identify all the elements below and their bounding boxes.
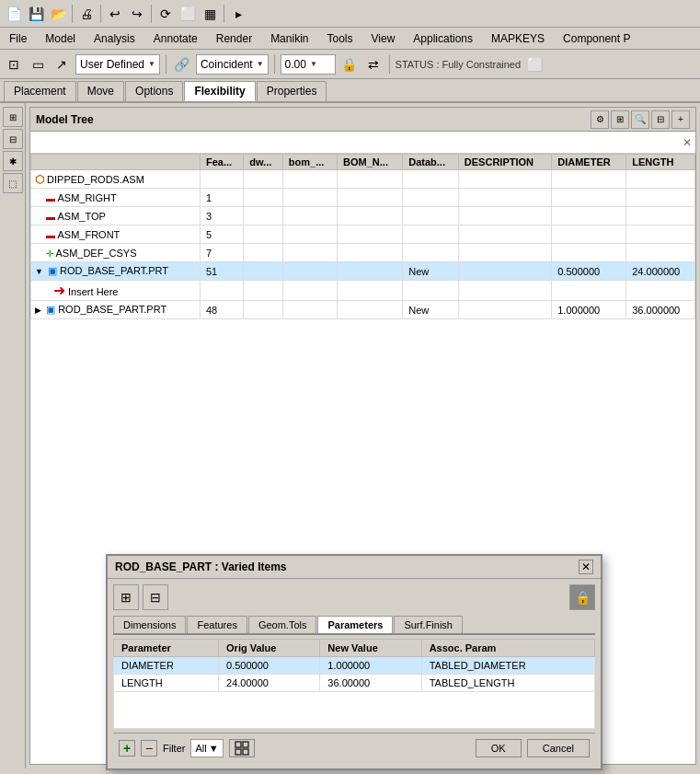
print-icon[interactable]: 🖨 [76,4,97,24]
tab-placement[interactable]: Placement [4,81,76,101]
regen-icon[interactable]: ⟳ [155,4,176,24]
layers-icon[interactable]: ✱ [3,151,23,171]
menu-mapkeys[interactable]: MAPKEYS [482,28,554,49]
table-row[interactable]: ▬ ASM_TOP 3 [31,207,695,225]
tree-add-icon[interactable]: + [671,110,690,129]
menu-component[interactable]: Component P [554,28,639,49]
tab-properties[interactable]: Properties [257,81,327,101]
dialog-icon-2[interactable]: ⊟ [143,584,168,610]
dialog-tab-geom[interactable]: Geom.Tols [248,616,317,633]
tree-settings-icon[interactable]: ⚙ [591,110,609,129]
table-row[interactable]: ▼ ▣ ROD_BASE_PART.PRT 51 New 0.500000 24… [31,262,695,281]
status-icon[interactable]: ⬜ [524,54,545,75]
save-icon[interactable]: 💾 [26,4,46,24]
cell-diam: 0.500000 [552,262,626,281]
dialog-tabs: Dimensions Features Geom.Tols Parameters… [113,616,595,635]
component-icon[interactable]: ⊟ [3,129,23,149]
tree-search-input[interactable] [34,137,683,148]
dialog-tab-parameters[interactable]: Parameters [317,616,393,633]
table-row[interactable]: ➜ Insert Here [31,281,695,301]
filter-dropdown[interactable]: All ▼ [190,739,223,757]
dialog-tab-dimensions[interactable]: Dimensions [113,616,186,633]
table-row[interactable]: ▶ ▣ ROD_BASE_PART.PRT 48 New 1.000000 36… [31,301,695,319]
col-diam: DIAMETER [552,155,626,170]
tree-search-clear[interactable]: ✕ [683,136,692,149]
table-row[interactable]: ▬ ASM_RIGHT 1 [31,189,695,207]
feature-icon[interactable]: ⬚ [3,173,23,193]
snap-icon[interactable]: 🔗 [172,54,192,75]
row-label: ROD_BASE_PART.PRT [58,304,166,315]
tabbar: Placement Move Options Flexibility Prope… [0,79,700,103]
table-row[interactable]: ▬ ASM_FRONT 5 [31,225,695,244]
cell-fea: 3 [200,207,243,225]
menu-render[interactable]: Render [207,28,261,49]
tab-move[interactable]: Move [77,81,124,101]
surface-icon[interactable]: ▭ [28,54,48,75]
cancel-button[interactable]: Cancel [527,739,590,757]
cell-len: 24.000000 [626,262,695,281]
undo-icon[interactable]: ↩ [105,4,125,24]
snap-type-dropdown[interactable]: Coincident ▼ [196,54,269,75]
menu-model[interactable]: Model [36,28,85,49]
dialog-cell-new[interactable]: 1.000000 [320,657,421,675]
remove-row-button[interactable]: − [141,740,157,757]
constraint-type-dropdown[interactable]: User Defined ▼ [75,54,160,75]
expand-icon[interactable]: ▼ [35,267,43,276]
dialog-icon-1[interactable]: ⊞ [113,584,139,610]
dialog-col-new: New Value [320,640,421,657]
flip-icon[interactable]: ⇄ [363,54,384,75]
axis-icon[interactable]: ↗ [52,54,72,75]
tree-columns-icon[interactable]: ⊞ [611,110,629,129]
tree-table-header: Model Tree ⚙ ⊞ 🔍 ⊟ + [30,108,695,132]
dialog-cell-assoc: TABLED_LENGTH [421,675,594,692]
redo-icon[interactable]: ↪ [127,4,147,24]
col-dw: dw... [244,155,283,170]
constraint-icon[interactable]: ⊡ [4,54,24,75]
dialog-tab-surf[interactable]: Surf.Finish [394,616,463,633]
cell-datab: New [403,262,459,281]
lock-icon[interactable]: 🔒 [339,54,360,75]
value-label: 0.00 [285,58,306,71]
cell-fea: 51 [200,262,243,281]
dialog-cell-new[interactable]: 36.00000 [320,675,421,692]
cell-datab [403,170,459,189]
tree-filter-icon[interactable]: ⊟ [651,110,670,129]
menu-applications[interactable]: Applications [404,28,482,49]
cell-len: 36.000000 [626,301,695,319]
ok-button[interactable]: OK [476,739,522,757]
tab-options[interactable]: Options [125,81,183,101]
menu-tools[interactable]: Tools [317,28,361,49]
dialog-table-row[interactable]: LENGTH 24.00000 36.00000 TABLED_LENGTH [114,675,595,692]
menu-file[interactable]: File [0,28,36,49]
table-row[interactable]: ⬡ DIPPED_RODS.ASM [31,170,695,189]
filter-value: All [195,743,206,754]
menu-annotate[interactable]: Annotate [144,28,207,49]
sep4 [224,5,224,23]
display-icon[interactable]: ⬜ [178,4,198,24]
dialog-close-button[interactable]: ✕ [579,560,593,574]
open-icon[interactable]: 📂 [48,4,68,24]
more-icon[interactable]: ▸ [228,4,248,24]
svg-rect-0 [235,742,241,747]
tree-view-icon[interactable]: ⊞ [3,107,23,127]
svg-rect-2 [235,749,241,755]
add-row-button[interactable]: + [119,740,135,757]
plane-icon: ▬ [46,212,55,222]
dialog-table-row[interactable]: DIAMETER 0.500000 1.000000 TABLED_DIAMET… [114,657,595,675]
dialog-col-param: Parameter [114,640,219,657]
table-row[interactable]: ✛ ASM_DEF_CSYS 7 [31,244,695,262]
new-icon[interactable]: 📄 [4,4,24,24]
cell-fea: 7 [200,244,243,262]
menu-view[interactable]: View [362,28,405,49]
grid-settings-button[interactable] [229,739,255,757]
expand-icon[interactable]: ▶ [35,306,41,315]
dialog-tab-features[interactable]: Features [187,616,247,633]
view-icon[interactable]: ▦ [200,4,220,24]
menu-manikin[interactable]: Manikin [261,28,317,49]
asm-icon: ⬡ [35,173,44,186]
dialog-icon-lock[interactable]: 🔒 [569,584,595,610]
tab-flexibility[interactable]: Flexibility [184,81,255,101]
menu-analysis[interactable]: Analysis [85,28,144,49]
tree-search-icon[interactable]: 🔍 [631,110,649,129]
value-dropdown[interactable]: 0.00 ▼ [281,54,336,75]
